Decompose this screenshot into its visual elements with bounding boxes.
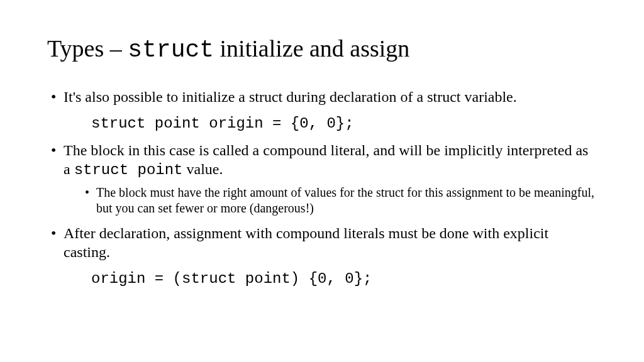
sub-bullet-list: The block must have the right amount of … <box>64 185 597 216</box>
bullet-text: After declaration, assignment with compo… <box>64 225 548 260</box>
bullet-item: After declaration, assignment with compo… <box>47 224 597 261</box>
bullet-list: It's also possible to initialize a struc… <box>47 87 597 288</box>
title-code: struct <box>128 36 214 63</box>
code-block: struct point origin = {0, 0}; <box>91 114 597 133</box>
slide-title: Types – struct initialize and assign <box>47 35 597 63</box>
title-separator: – <box>104 35 128 62</box>
bullet-item: The block in this case is called a compo… <box>47 141 597 216</box>
sub-bullet-item: The block must have the right amount of … <box>82 185 597 216</box>
bullet-inline-code: struct point <box>74 162 183 178</box>
bullet-text-post: value. <box>182 161 223 177</box>
code-block: origin = (struct point) {0, 0}; <box>91 269 597 288</box>
title-prefix: Types <box>47 35 104 62</box>
bullet-item: It's also possible to initialize a struc… <box>47 87 597 106</box>
sub-bullet-text: The block must have the right amount of … <box>96 185 594 215</box>
title-suffix: initialize and assign <box>214 35 409 62</box>
bullet-text: It's also possible to initialize a struc… <box>64 89 517 105</box>
